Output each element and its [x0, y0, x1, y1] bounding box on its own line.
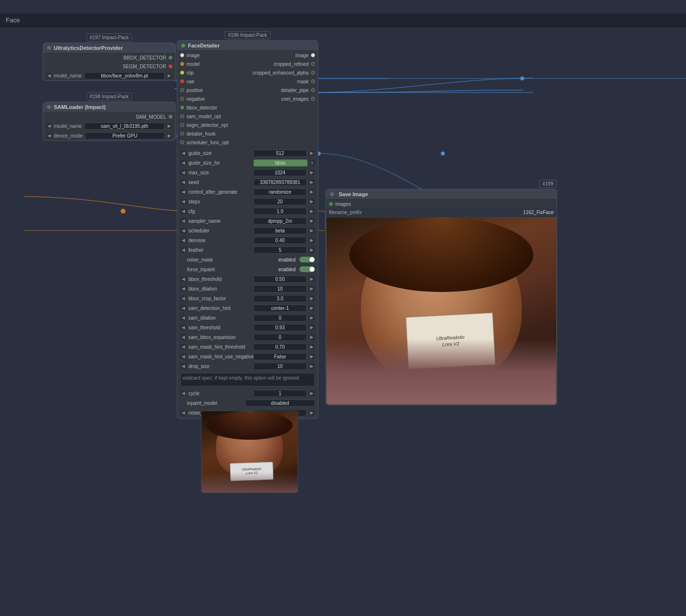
- fd-image-output-port[interactable]: [311, 53, 315, 57]
- cycle-val[interactable]: 1: [253, 390, 307, 397]
- sam-detection-hint-val[interactable]: center-1: [253, 305, 307, 312]
- sam-bbox-expansion-left[interactable]: ◀: [180, 334, 187, 340]
- device-mode-left[interactable]: ◀: [46, 133, 52, 139]
- bbox-threshold-left[interactable]: ◀: [180, 276, 187, 282]
- fd-mask-port[interactable]: [311, 79, 315, 83]
- model-name-value[interactable]: bbox/face_yolov8m.pt: [84, 72, 165, 79]
- sam-mask-hint-threshold-val[interactable]: 0.70: [253, 343, 307, 351]
- feather-right[interactable]: ▶: [309, 247, 315, 253]
- sampler-name-left[interactable]: ◀: [180, 218, 187, 224]
- cycle-left[interactable]: ◀: [180, 390, 187, 396]
- fd-cropped-enhanced-port[interactable]: [311, 71, 315, 75]
- noise-mask-toggle[interactable]: [299, 257, 315, 262]
- feather-left[interactable]: ◀: [180, 247, 187, 253]
- inpaint-model-val[interactable]: disabled: [245, 400, 315, 407]
- bbox-crop-factor-right[interactable]: ▶: [309, 295, 315, 301]
- drop-size-right[interactable]: ▶: [309, 363, 315, 369]
- filename-prefix-value[interactable]: 1162_FixFace: [523, 210, 554, 215]
- max-size-left[interactable]: ◀: [180, 169, 187, 175]
- sampler-name-val[interactable]: dpmpp_2m: [253, 217, 307, 225]
- cfg-right[interactable]: ▶: [309, 208, 315, 214]
- bbox-threshold-val[interactable]: 0.50: [253, 276, 307, 283]
- sampler-name-right[interactable]: ▶: [309, 218, 315, 224]
- segm-detector-port[interactable]: [169, 64, 172, 68]
- device-mode-value[interactable]: Prefer GPU: [85, 132, 165, 139]
- seed-right[interactable]: ▶: [309, 179, 315, 185]
- sam-threshold-right[interactable]: ▶: [309, 324, 315, 330]
- noise-mask-feather-left[interactable]: ◀: [180, 410, 187, 416]
- sam-mask-hint-use-neg-left[interactable]: ◀: [180, 354, 187, 359]
- feather-val[interactable]: 5: [253, 246, 307, 254]
- sam-model-name-right[interactable]: ▶: [166, 123, 172, 129]
- fd-negative-port[interactable]: [180, 97, 184, 101]
- fd-cropped-refined-port[interactable]: [311, 62, 315, 66]
- sam-dilation-right[interactable]: ▶: [309, 315, 315, 321]
- sam-dilation-left[interactable]: ◀: [180, 315, 187, 321]
- fd-cnet-images-port[interactable]: [311, 97, 315, 101]
- fd-detailer-hook-port[interactable]: [180, 132, 184, 136]
- fd-detailer-pipe-port[interactable]: [311, 88, 315, 92]
- sam-bbox-expansion-right[interactable]: ▶: [309, 334, 315, 340]
- fd-segm-detector-port[interactable]: [180, 123, 184, 127]
- guide-size-for-val[interactable]: bbox: [253, 159, 308, 167]
- scheduler-right[interactable]: ▶: [309, 228, 315, 233]
- drop-size-left[interactable]: ◀: [180, 363, 187, 369]
- sam-threshold-left[interactable]: ◀: [180, 324, 187, 330]
- fd-clip-port[interactable]: [180, 71, 184, 75]
- fd-vae-port[interactable]: [180, 79, 184, 83]
- fd-scheduler-func-port[interactable]: [180, 140, 184, 144]
- steps-val[interactable]: 20: [253, 198, 307, 205]
- cfg-left[interactable]: ◀: [180, 208, 187, 214]
- guide-size-val[interactable]: 512: [253, 150, 307, 157]
- sam-detection-hint-right[interactable]: ▶: [309, 305, 315, 311]
- bbox-dilation-val[interactable]: 10: [253, 285, 307, 293]
- fd-bbox-detector-port[interactable]: [180, 106, 184, 109]
- cag-right[interactable]: ▶: [309, 189, 315, 195]
- bbox-crop-factor-left[interactable]: ◀: [180, 295, 187, 301]
- bbox-dilation-left[interactable]: ◀: [180, 286, 187, 292]
- sam-mask-hint-threshold-right[interactable]: ▶: [309, 344, 315, 350]
- seed-val[interactable]: 338782893789381: [253, 179, 307, 186]
- fd-positive-port[interactable]: [180, 88, 184, 92]
- saveimage-images-port[interactable]: [329, 202, 333, 206]
- scheduler-val[interactable]: beta: [253, 227, 307, 234]
- bbox-crop-factor-val[interactable]: 3.0: [253, 295, 307, 302]
- sam-threshold-val[interactable]: 0.93: [253, 324, 307, 331]
- guide-size-right[interactable]: ▶: [309, 150, 315, 156]
- guide-size-left[interactable]: ◀: [180, 150, 187, 156]
- wildcard-spec-area[interactable]: wildcard spec: if kept empty, this optio…: [180, 373, 315, 386]
- fd-model-port[interactable]: [180, 62, 184, 66]
- sam-detection-hint-left[interactable]: ◀: [180, 305, 187, 311]
- sam-bbox-expansion-val[interactable]: 0: [253, 334, 307, 341]
- fd-image-port[interactable]: [180, 53, 184, 57]
- denoise-left[interactable]: ◀: [180, 237, 187, 243]
- model-name-left-arrow[interactable]: ◀: [46, 73, 52, 78]
- sam-mask-hint-use-neg-val[interactable]: False: [253, 353, 307, 360]
- sam-mask-hint-threshold-left[interactable]: ◀: [180, 344, 187, 350]
- guide-size-for-right[interactable]: ●: [310, 160, 315, 166]
- denoise-right[interactable]: ▶: [309, 237, 315, 243]
- sam-model-name-value[interactable]: sam_vit_l_0b3195.pth: [84, 123, 165, 130]
- sam-dilation-val[interactable]: 0: [253, 314, 307, 322]
- cag-val[interactable]: randomize: [253, 188, 307, 196]
- fd-sam-model-port[interactable]: [180, 114, 184, 118]
- seed-left[interactable]: ◀: [180, 179, 187, 185]
- scheduler-left[interactable]: ◀: [180, 228, 187, 233]
- steps-right[interactable]: ▶: [309, 199, 315, 204]
- model-name-right-arrow[interactable]: ▶: [166, 73, 172, 78]
- bbox-threshold-right[interactable]: ▶: [309, 276, 315, 282]
- cag-left[interactable]: ◀: [180, 189, 187, 195]
- sam-model-port[interactable]: [169, 115, 172, 119]
- bbox-detector-port[interactable]: [169, 56, 172, 60]
- cfg-val[interactable]: 1.0: [253, 208, 307, 215]
- drop-size-val[interactable]: 10: [253, 363, 307, 370]
- force-inpaint-toggle[interactable]: [299, 266, 315, 272]
- max-size-right[interactable]: ▶: [309, 169, 315, 175]
- sam-mask-hint-use-neg-right[interactable]: ▶: [309, 354, 315, 359]
- steps-left[interactable]: ◀: [180, 199, 187, 204]
- guide-size-for-left[interactable]: ◀: [180, 160, 187, 166]
- noise-mask-feather-right[interactable]: ▶: [309, 410, 315, 416]
- max-size-val[interactable]: 1024: [253, 169, 307, 176]
- cycle-right[interactable]: ▶: [309, 390, 315, 396]
- device-mode-right[interactable]: ▶: [166, 133, 172, 139]
